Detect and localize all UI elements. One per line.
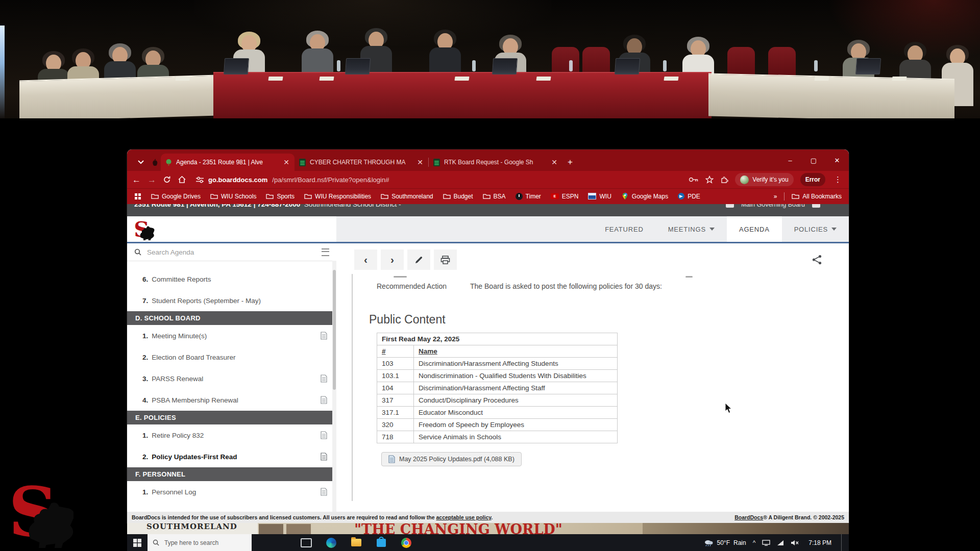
weather-widget[interactable]: 50°F Rain (704, 539, 746, 546)
all-bookmarks[interactable]: All Bookmarks (792, 192, 842, 200)
taskbar-search-input[interactable] (163, 539, 242, 547)
water-bottle (472, 60, 476, 71)
boarddocs-brand-link[interactable]: BoardDocs (734, 514, 763, 520)
next-item-button[interactable]: › (381, 249, 404, 270)
papers (892, 77, 906, 81)
tab-close-icon[interactable]: ✕ (550, 158, 558, 166)
tab-cyber-charter[interactable]: CYBER CHARTER THROUGH MA ✕ (295, 154, 428, 171)
clipped-text-fragment (394, 276, 407, 278)
tab-agenda[interactable]: Agenda - 2351 Route 981 | Alve ✕ (161, 154, 295, 171)
store-icon[interactable] (375, 537, 387, 549)
strip-book-icon[interactable] (812, 204, 820, 208)
search-input[interactable] (146, 248, 317, 257)
meeting-table-left (19, 75, 217, 118)
back-icon[interactable]: ← (132, 176, 141, 184)
sidebar-item-election-treasurer[interactable]: 2.Election of Board Treasurer (127, 346, 336, 368)
bookmark-wiu-responsibilities[interactable]: WIU Responsibilities (304, 192, 371, 200)
wallpaper-southmoreland-text: SOUTHMORELAND (146, 523, 237, 531)
water-bottle (569, 60, 573, 71)
tray-chevron-up-icon[interactable]: ^ (753, 539, 756, 546)
chrome-icon[interactable] (400, 537, 412, 549)
bookmark-timer[interactable]: Timer (516, 193, 541, 200)
tab-title: CYBER CHARTER THROUGH MA (310, 159, 412, 166)
bookmark-google-maps[interactable]: Google Maps (621, 192, 668, 200)
sidebar-item-parss-renewal[interactable]: 3.PARSS Renewal (127, 368, 336, 389)
taskbar-search-box[interactable] (148, 534, 252, 551)
sidebar-item-policy-updates-first-read[interactable]: 2.Policy Updates-First Read (127, 446, 336, 467)
sidebar-section-policies[interactable]: E. POLICIES (127, 411, 336, 424)
network-tray-icon[interactable] (777, 540, 784, 546)
agenda-item-panel: Recommended Action The Board is asked to… (352, 274, 849, 501)
tab-rtk-request[interactable]: RTK Board Request - Google Sh ✕ (429, 154, 562, 171)
display-tray-icon[interactable] (762, 540, 770, 546)
pinned-tab-apple-icon[interactable] (148, 154, 161, 171)
governing-board-label[interactable]: Main Governing Board (741, 204, 805, 208)
nav-featured[interactable]: FEATURED (593, 216, 656, 242)
volume-muted-icon[interactable] (791, 540, 799, 546)
bookmark-bsa[interactable]: BSA (483, 192, 506, 200)
site-settings-icon[interactable] (196, 177, 204, 183)
start-button[interactable] (127, 534, 148, 551)
public-content-heading: Public Content (369, 313, 834, 327)
refresh-icon[interactable] (163, 176, 171, 184)
sidebar-scrollbar[interactable] (332, 261, 336, 512)
sidebar-item-committee-reports[interactable]: 6.Committee Reports (127, 268, 336, 290)
bookmark-star-icon[interactable] (705, 176, 714, 184)
profile-chip[interactable]: Verify it's you (735, 173, 793, 186)
bookmark-wiu-schools[interactable]: WIU Schools (210, 192, 256, 200)
papers (664, 77, 678, 81)
attachment-chip[interactable]: May 2025 Policy Updates.pdf (4,088 KB) (381, 452, 522, 466)
nav-agenda[interactable]: AGENDA (727, 216, 782, 242)
tab-search-chevron-icon[interactable] (134, 154, 148, 171)
acceptable-use-policy-link[interactable]: acceptable use policy (436, 514, 492, 520)
password-key-icon[interactable] (689, 177, 699, 183)
sidebar-item-personnel-log[interactable]: 1.Personnel Log (127, 481, 336, 503)
sidebar-section-personnel[interactable]: F. PERSONNEL (127, 467, 336, 481)
window-controls: – ▢ ✕ (778, 149, 849, 171)
document-icon (321, 374, 327, 383)
edit-button[interactable] (407, 249, 430, 270)
bookmark-budget[interactable]: Budget (443, 192, 473, 200)
minimize-button[interactable]: – (778, 149, 802, 171)
address-bar[interactable]: go.boarddocs.com/pa/smrl/Board.nsf/Priva… (193, 173, 682, 186)
apps-grid-icon[interactable] (134, 193, 141, 200)
extensions-icon[interactable] (720, 176, 728, 184)
sidebar-section-school-board[interactable]: D. SCHOOL BOARD (127, 311, 336, 325)
bookmark-southmoreland[interactable]: Southmoreland (381, 192, 433, 200)
scotties-logo-small[interactable]: S (133, 218, 155, 240)
prev-item-button[interactable]: ‹ (354, 249, 377, 270)
sidebar-item-retire-policy-832[interactable]: 1.Retire Policy 832 (127, 424, 336, 446)
sidebar-item-psba-renewal[interactable]: 4.PSBA Membership Renewal (127, 389, 336, 411)
edge-icon[interactable] (325, 537, 337, 549)
task-view-icon[interactable] (300, 537, 312, 549)
bookmark-pde[interactable]: PDE (678, 193, 700, 200)
new-tab-button[interactable]: + (562, 154, 578, 171)
strip-tool-icon[interactable] (726, 204, 734, 208)
bookmark-google-drives[interactable]: Google Drives (151, 192, 201, 200)
sidebar-item-student-reports[interactable]: 7.Student Reports (September - May) (127, 290, 336, 311)
error-chip[interactable]: Error (800, 173, 825, 186)
bookmarks-overflow-chevron[interactable]: » (774, 193, 777, 200)
share-button[interactable] (812, 255, 822, 267)
sidebar-item-meeting-minutes[interactable]: 1.Meeting Minute(s) (127, 325, 336, 346)
bookmark-espn[interactable]: EESPN (551, 193, 579, 200)
taskbar-clock[interactable]: 7:18 PM (805, 539, 835, 546)
browser-menu-kebab-icon[interactable]: ⋮ (832, 175, 844, 184)
sidebar-menu-icon[interactable] (322, 248, 329, 256)
bookmark-wiu[interactable]: WIU (588, 193, 611, 200)
nav-meetings[interactable]: MEETINGS (656, 216, 727, 242)
tab-close-icon[interactable]: ✕ (416, 158, 424, 166)
file-explorer-icon[interactable] (350, 537, 362, 549)
forward-icon[interactable]: → (148, 176, 156, 184)
home-icon[interactable] (178, 176, 186, 184)
document-icon (321, 332, 327, 340)
show-desktop-button[interactable] (841, 534, 844, 551)
nav-policies[interactable]: POLICIES (782, 216, 849, 242)
tab-close-icon[interactable]: ✕ (282, 158, 290, 166)
close-button[interactable]: ✕ (825, 149, 849, 171)
maximize-button[interactable]: ▢ (802, 149, 825, 171)
bookmark-sports[interactable]: Sports (266, 192, 295, 200)
folder-icon (151, 192, 159, 200)
print-button[interactable] (434, 249, 457, 270)
scrollbar-thumb[interactable] (333, 270, 336, 390)
